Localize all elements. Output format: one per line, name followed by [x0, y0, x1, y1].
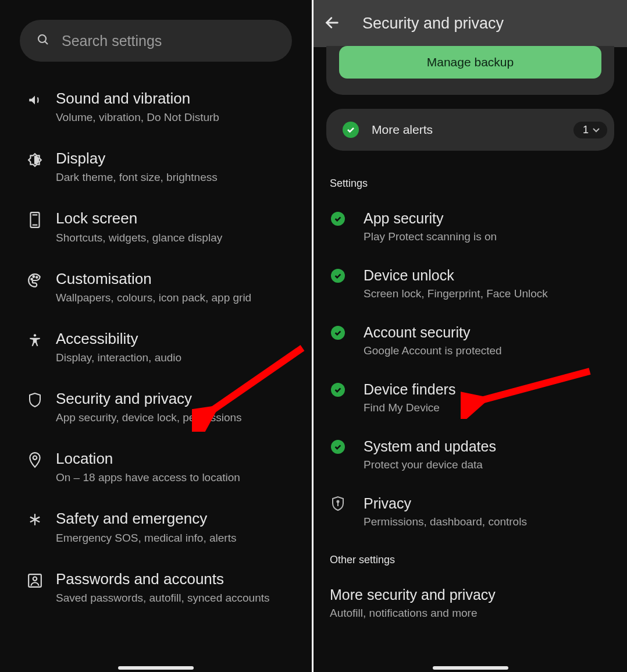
svg-point-9 [34, 334, 36, 336]
alerts-count-badge: 1 [573, 122, 607, 138]
security-privacy-screen: Security and privacy Manage backup More … [314, 0, 627, 672]
sec-sub: Find My Device [364, 401, 455, 414]
location-icon [27, 452, 43, 468]
menu-item-lock-screen[interactable]: Lock screen Shortcuts, widgets, glance d… [0, 197, 312, 257]
sec-sub: Screen lock, Fingerprint, Face Unlock [364, 287, 548, 300]
more-alerts-row[interactable]: More alerts 1 [326, 109, 614, 151]
menu-sub: On – 18 apps have access to location [56, 471, 240, 484]
section-header-settings: Settings [314, 151, 627, 190]
backup-card: Manage backup [326, 46, 614, 95]
menu-title: Location [56, 450, 240, 468]
menu-sub: Volume, vibration, Do Not Disturb [56, 111, 219, 124]
header: Security and privacy [314, 0, 627, 47]
check-circle-icon [330, 211, 346, 227]
sec-title: App security [364, 209, 497, 227]
sec-title: Device finders [364, 381, 455, 398]
sec-title: Device unlock [364, 266, 548, 284]
nav-handle[interactable] [433, 666, 508, 670]
check-circle-icon [330, 382, 346, 398]
phone-icon [27, 212, 43, 228]
sec-title: Account security [364, 323, 502, 341]
search-placeholder: Search settings [62, 33, 162, 49]
menu-title: Lock screen [56, 209, 222, 227]
alerts-count: 1 [583, 124, 589, 136]
brightness-icon [27, 152, 43, 168]
check-circle-icon [343, 122, 359, 138]
check-circle-icon [330, 268, 346, 284]
check-circle-icon [330, 325, 346, 341]
sec-title: More security and privacy [330, 586, 496, 603]
menu-title: Security and privacy [56, 390, 242, 408]
menu-title: Passwords and accounts [56, 570, 270, 588]
menu-title: Accessibility [56, 330, 181, 348]
svg-point-6 [31, 278, 33, 280]
manage-backup-button[interactable]: Manage backup [339, 46, 601, 79]
menu-title: Display [56, 150, 218, 168]
svg-point-7 [33, 276, 35, 278]
shield-icon [27, 392, 43, 408]
menu-sub: App security, device lock, permissions [56, 411, 242, 424]
sec-item-system-updates[interactable]: System and updates Protect your device d… [314, 422, 627, 479]
menu-title: Customisation [56, 270, 251, 288]
sec-sub: Google Account is protected [364, 344, 502, 357]
search-icon [36, 33, 50, 49]
back-arrow-icon[interactable] [324, 15, 340, 33]
account-icon [27, 573, 43, 589]
menu-item-display[interactable]: Display Dark theme, font size, brightnes… [0, 137, 312, 197]
menu-sub: Display, interaction, audio [56, 351, 181, 364]
menu-title: Sound and vibration [56, 90, 219, 108]
menu-item-accessibility[interactable]: Accessibility Display, interaction, audi… [0, 317, 312, 377]
svg-point-15 [337, 501, 339, 503]
svg-line-1 [45, 41, 48, 44]
asterisk-icon [27, 512, 43, 528]
chevron-down-icon [591, 125, 601, 135]
menu-sub: Saved passwords, autofill, synced accoun… [56, 592, 270, 605]
svg-point-0 [38, 35, 46, 42]
more-alerts-label: More alerts [372, 123, 573, 137]
palette-icon [27, 272, 43, 289]
menu-item-security-privacy[interactable]: Security and privacy App security, devic… [0, 377, 312, 437]
sec-item-app-security[interactable]: App security Play Protect scanning is on [314, 194, 627, 251]
menu-item-passwords[interactable]: Passwords and accounts Saved passwords, … [0, 557, 312, 617]
settings-main-screen: Search settings Sound and vibration Volu… [0, 0, 314, 672]
menu-sub: Dark theme, font size, brightness [56, 171, 218, 184]
svg-point-10 [33, 456, 37, 460]
sec-item-more-security[interactable]: More security and privacy Autofill, noti… [314, 571, 627, 628]
menu-item-location[interactable]: Location On – 18 apps have access to loc… [0, 437, 312, 497]
sec-item-account-security[interactable]: Account security Google Account is prote… [314, 308, 627, 365]
menu-title: Safety and emergency [56, 510, 236, 528]
sec-title: Privacy [364, 495, 527, 512]
privacy-shield-icon [330, 496, 346, 512]
sec-sub: Permissions, dashboard, controls [364, 515, 527, 528]
sec-item-privacy[interactable]: Privacy Permissions, dashboard, controls [314, 479, 627, 536]
svg-point-8 [36, 276, 38, 278]
sound-icon [27, 92, 43, 108]
sec-item-device-unlock[interactable]: Device unlock Screen lock, Fingerprint, … [314, 251, 627, 308]
sec-title: System and updates [364, 438, 496, 455]
menu-sub: Wallpapers, colours, icon pack, app grid [56, 291, 251, 304]
menu-sub: Shortcuts, widgets, glance display [56, 232, 222, 244]
nav-handle[interactable] [118, 666, 194, 670]
svg-point-12 [33, 577, 37, 581]
menu-item-sound[interactable]: Sound and vibration Volume, vibration, D… [0, 77, 312, 137]
check-circle-icon [330, 439, 346, 455]
menu-item-customisation[interactable]: Customisation Wallpapers, colours, icon … [0, 257, 312, 317]
other-settings-list: More security and privacy Autofill, noti… [314, 566, 627, 628]
security-settings-list: App security Play Protect scanning is on… [314, 190, 627, 536]
sec-item-device-finders[interactable]: Device finders Find My Device [314, 365, 627, 422]
menu-sub: Emergency SOS, medical info, alerts [56, 532, 236, 545]
section-header-other: Other settings [314, 536, 627, 566]
sec-sub: Play Protect scanning is on [364, 230, 497, 243]
settings-menu-list: Sound and vibration Volume, vibration, D… [0, 62, 312, 617]
accessibility-icon [27, 332, 43, 349]
manage-backup-label: Manage backup [427, 55, 514, 69]
sec-sub: Autofill, notifications and more [330, 607, 496, 620]
page-title: Security and privacy [362, 15, 504, 33]
sec-sub: Protect your device data [364, 458, 496, 471]
search-bar[interactable]: Search settings [20, 20, 292, 62]
menu-item-safety[interactable]: Safety and emergency Emergency SOS, medi… [0, 497, 312, 557]
